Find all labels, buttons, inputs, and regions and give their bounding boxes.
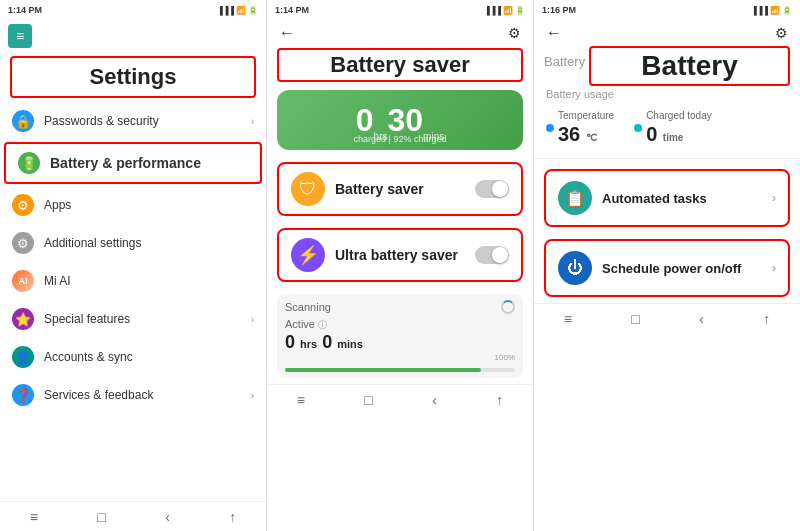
battery-hrs: 0: [356, 102, 374, 139]
battery-status-label: charged | 92% charged: [277, 134, 523, 144]
chevron-icon-feedback: ›: [251, 390, 254, 401]
charged-label: Charged today: [646, 110, 712, 121]
nav-up-icon-2[interactable]: ↑: [496, 392, 503, 408]
ultra-saver-icon: ⚡: [291, 238, 325, 272]
nav-menu-icon[interactable]: ≡: [30, 509, 38, 525]
chevron-icon-schedule: ›: [772, 261, 776, 275]
signal-icon-3: ▐▐▐: [751, 6, 768, 15]
battery-time-display: 0 hrs 30 mins charged | 92% charged: [277, 90, 523, 150]
top-icon: ≡: [8, 24, 32, 48]
charged-number: 0: [646, 123, 657, 145]
battery-title-box: Battery: [589, 46, 790, 86]
back-button-2[interactable]: ←: [279, 24, 295, 42]
status-icons-3: ▐▐▐ 📶 🔋: [751, 6, 792, 15]
progress-pct-label: 100%: [285, 353, 515, 362]
settings-item-miai[interactable]: AI Mi AI: [0, 262, 266, 300]
wifi-icon: 📶: [236, 6, 246, 15]
battery-title: Battery: [599, 50, 780, 82]
battery-icon-1: 🔋: [248, 6, 258, 15]
apps-icon: ⚙: [12, 194, 34, 216]
stat-temperature: Temperature 36 ℃: [546, 110, 614, 146]
wifi-icon-3: 📶: [770, 6, 780, 15]
active-time-display: 0 hrs 0 mins: [285, 332, 515, 353]
status-time-3: 1:16 PM: [542, 5, 576, 15]
tasks-label: Automated tasks: [602, 191, 762, 206]
stat-charged: Charged today 0 time: [634, 110, 712, 146]
ultra-battery-saver-toggle[interactable]: [475, 246, 509, 264]
active-hrs-unit: hrs: [300, 338, 317, 350]
temp-label: Temperature: [558, 110, 614, 121]
divider-1: [534, 158, 800, 159]
temp-dot: [546, 124, 554, 132]
nav-menu-icon-2[interactable]: ≡: [297, 392, 305, 408]
progress-bar-fill: [285, 368, 481, 372]
miai-icon: AI: [12, 270, 34, 292]
tasks-icon: 📋: [558, 181, 592, 215]
battery-saver-toggle[interactable]: [475, 180, 509, 198]
temp-value: 36 ℃: [558, 123, 614, 146]
settings-item-label-battery: Battery & performance: [50, 155, 248, 171]
bottom-nav-2: ≡ □ ‹ ↑: [267, 384, 533, 414]
teal-icon: ≡: [16, 28, 24, 44]
schedule-power-card[interactable]: ⏻ Schedule power on/off ›: [544, 239, 790, 297]
status-bar-2: 1:14 PM ▐▐▐ 📶 🔋: [267, 0, 533, 20]
lock-icon: 🔒: [12, 110, 34, 132]
battery-icon-2: 🔋: [515, 6, 525, 15]
nav-back-icon-2[interactable]: ‹: [432, 392, 437, 408]
active-hrs: 0: [285, 332, 295, 352]
charged-value: 0 time: [646, 123, 712, 146]
settings-title-text: Settings: [90, 64, 177, 89]
ultra-battery-saver-card[interactable]: ⚡ Ultra battery saver: [277, 228, 523, 282]
nav-back-icon-3[interactable]: ‹: [699, 311, 704, 327]
status-bar-3: 1:16 PM ▐▐▐ 📶 🔋: [534, 0, 800, 20]
scanning-spinner: [501, 300, 515, 314]
gear-button-2[interactable]: ⚙: [508, 25, 521, 41]
gear-button-3[interactable]: ⚙: [775, 25, 788, 41]
settings-item-additional[interactable]: ⚙ Additional settings: [0, 224, 266, 262]
settings-item-label-feedback: Services & feedback: [44, 388, 241, 402]
nav-up-icon-3[interactable]: ↑: [763, 311, 770, 327]
battery-mins: 30: [387, 102, 423, 139]
automated-tasks-card[interactable]: 📋 Automated tasks ›: [544, 169, 790, 227]
scanning-row: Scanning: [285, 300, 515, 314]
nav-back-icon[interactable]: ‹: [165, 509, 170, 525]
status-bar-1: 1:14 PM ▐▐▐ 📶 🔋: [0, 0, 266, 20]
signal-icon-2: ▐▐▐: [484, 6, 501, 15]
chevron-icon-special: ›: [251, 314, 254, 325]
settings-title: Settings: [10, 56, 256, 98]
settings-item-apps[interactable]: ⚙ Apps: [0, 186, 266, 224]
settings-item-label-additional: Additional settings: [44, 236, 254, 250]
panel-settings: 1:14 PM ▐▐▐ 📶 🔋 ≡ Settings 🔒 Passwords &…: [0, 0, 267, 531]
status-time-1: 1:14 PM: [8, 5, 42, 15]
schedule-icon: ⏻: [558, 251, 592, 285]
stat-charged-group: Charged today 0 time: [646, 110, 712, 146]
battery-saver-card[interactable]: 🛡 Battery saver: [277, 162, 523, 216]
signal-icon: ▐▐▐: [217, 6, 234, 15]
progress-bar: [285, 368, 515, 372]
settings-item-label-apps: Apps: [44, 198, 254, 212]
active-label: Active ⓘ: [285, 318, 515, 332]
wifi-icon-2: 📶: [503, 6, 513, 15]
charged-unit: time: [663, 132, 684, 143]
battery-partial-text: Battery: [544, 54, 585, 69]
settings-item-battery[interactable]: 🔋 Battery & performance: [4, 142, 262, 184]
settings-item-feedback[interactable]: ❓ Services & feedback ›: [0, 376, 266, 414]
nav-up-icon[interactable]: ↑: [229, 509, 236, 525]
settings-item-special[interactable]: ⭐ Special features ›: [0, 300, 266, 338]
chevron-icon-tasks: ›: [772, 191, 776, 205]
nav-home-icon-2[interactable]: □: [364, 392, 372, 408]
battery-stats-row: Temperature 36 ℃ Charged today 0 time: [546, 110, 788, 146]
settings-item-label-miai: Mi AI: [44, 274, 254, 288]
nav-menu-icon-3[interactable]: ≡: [564, 311, 572, 327]
status-time-2: 1:14 PM: [275, 5, 309, 15]
nav-home-icon-3[interactable]: □: [631, 311, 639, 327]
nav-home-icon[interactable]: □: [97, 509, 105, 525]
settings-item-accounts[interactable]: 👤 Accounts & sync: [0, 338, 266, 376]
panel-top-bar: ≡: [0, 20, 266, 52]
settings-list: 🔒 Passwords & security › 🔋 Battery & per…: [0, 102, 266, 501]
settings-item-passwords[interactable]: 🔒 Passwords & security ›: [0, 102, 266, 140]
temp-number: 36: [558, 123, 580, 145]
settings-item-label-accounts: Accounts & sync: [44, 350, 254, 364]
panel-battery-saver: 1:14 PM ▐▐▐ 📶 🔋 ← ⚙ Battery saver 0 hrs …: [267, 0, 534, 531]
back-button-3[interactable]: ←: [546, 24, 562, 42]
